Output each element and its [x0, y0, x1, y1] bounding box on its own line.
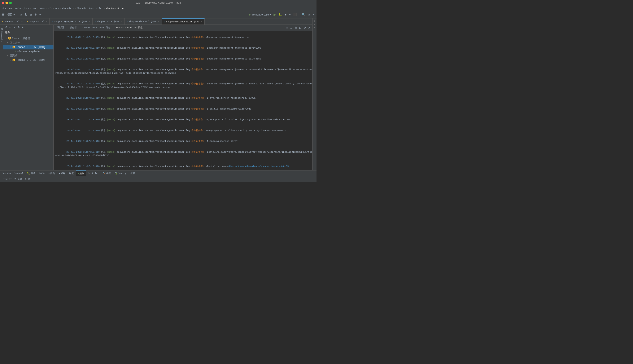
- tree-item-label: Tomcat 服务器: [12, 37, 30, 40]
- collapse-all-icon[interactable]: ≡↑: [9, 26, 12, 29]
- refresh-icon[interactable]: ↺: [5, 26, 8, 29]
- tree-item-completed-group[interactable]: ▼ 已完成: [3, 54, 54, 58]
- log-tab-debugger[interactable]: 调试器: [55, 25, 67, 30]
- expand-arrow: ▼: [5, 37, 7, 40]
- tab-label: AreaDao.xml: [5, 20, 20, 23]
- expand-arrow: ▷: [9, 59, 11, 61]
- expand-icon[interactable]: ⤢: [307, 26, 311, 30]
- log-tab-catalina[interactable]: Tomcat Catalina 日志: [114, 25, 145, 30]
- close-button[interactable]: [2, 2, 4, 4]
- bottom-tab-todo[interactable]: TODO: [37, 170, 46, 176]
- tab-close-icon[interactable]: ×: [201, 20, 202, 23]
- expand-arrow: ▼: [7, 54, 9, 57]
- filter-icon[interactable]: ⊟: [298, 26, 302, 30]
- stop-button[interactable]: ⬛: [292, 12, 298, 17]
- tab-shopserviceimpl[interactable]: ☕ ShopServiceImpl.java ×: [125, 18, 162, 24]
- bottom-tab-endpoints[interactable]: 端点: [68, 170, 76, 176]
- tree-item-tomcat-local-completed[interactable]: ▷ 🐱 Tomcat 9.0.35 [本地]: [3, 58, 54, 62]
- bookmarks-label: Bookmarks: [1, 32, 3, 42]
- add-icon[interactable]: ⊕: [21, 26, 24, 29]
- file-tab-bar: ◈ AreaDao.xml × ◈ ShopDao.xml × ☕ ShopCa…: [0, 18, 316, 25]
- log-output[interactable]: 28-Jul-2022 11:37:13.609 信息 [main] org.a…: [54, 31, 316, 170]
- more-button[interactable]: ≡: [312, 12, 315, 16]
- tree-item-running-group[interactable]: ▼ 正在运行: [3, 41, 54, 45]
- tab-shopservice[interactable]: ☕ ShopService.java ×: [93, 18, 125, 24]
- log-panel: 调试器 服务器 Tomcat Localhost 日志 Tomcat Catal…: [54, 25, 316, 170]
- breadcrumb-item[interactable]: ShopAdminController: [77, 7, 103, 10]
- breadcrumb-item[interactable]: shopOperation: [106, 7, 124, 10]
- top-toolbar: ☰ 项目 ▾ ⚙ ⇅ ⊟ ⚙ − ▶ Tomcat 9.0.35 ▾ ▶ 🐛 ▶…: [0, 11, 316, 18]
- tab-shopcategoryservice[interactable]: ☕ ShopCategoryService.java ×: [50, 18, 92, 24]
- project-dropdown[interactable]: 项目 ▾: [6, 12, 16, 17]
- log-tab-bar: 调试器 服务器 Tomcat Localhost 日志 Tomcat Catal…: [54, 25, 316, 31]
- log-line: 28-Jul-2022 11:37:13.610 信息 [main] org.a…: [54, 104, 316, 114]
- settings-icon[interactable]: ⚙: [303, 26, 307, 30]
- settings-global[interactable]: ⚙: [307, 12, 311, 16]
- bottom-tab-services[interactable]: ● 服务: [76, 170, 86, 176]
- warning-icon: ⚠: [48, 172, 50, 175]
- run-button[interactable]: ▶: [273, 12, 277, 17]
- bottom-tab-dependencies[interactable]: 依赖: [129, 170, 137, 176]
- maximize-button[interactable]: [9, 2, 12, 4]
- config-icon[interactable]: ⚙: [34, 12, 38, 16]
- clear-icon[interactable]: 🗑: [294, 26, 298, 30]
- filter-icon[interactable]: ▼: [13, 26, 17, 29]
- tree-item-war-exploded[interactable]: ⚙ o2o:war exploded: [3, 50, 54, 54]
- tab-label: ShopService.java: [97, 20, 119, 23]
- build-icon: 🔨: [103, 172, 106, 175]
- sort-icon[interactable]: ⇅: [17, 26, 20, 29]
- breadcrumb-item[interactable]: main: [15, 7, 21, 10]
- wrap-icon[interactable]: ≡: [286, 26, 289, 30]
- tab-close-icon[interactable]: ×: [158, 20, 160, 22]
- settings-icon[interactable]: ⚙: [19, 12, 23, 16]
- log-line: 28-Jul-2022 11:37:13.610 信息 [main] org.a…: [54, 43, 316, 54]
- debug-label: 调试: [31, 172, 35, 175]
- tree-item-tomcat-local-running[interactable]: ▼ 🐱 Tomcat 9.0.35 [本地]: [3, 45, 54, 50]
- gear-icon[interactable]: ≡: [313, 23, 316, 25]
- breadcrumb-item[interactable]: o2o: [2, 7, 6, 10]
- bottom-tab-problems[interactable]: ⚠ 问题: [47, 170, 57, 176]
- bottom-tabs: Version Control 🐛 调试 TODO ⚠ 问题 ▶ 终端 端点 ●…: [0, 170, 316, 176]
- close-right-icon[interactable]: ×: [313, 26, 316, 29]
- coverage-button[interactable]: ▶: [284, 12, 287, 16]
- run-config[interactable]: ▶ Tomcat 9.0.35 ▾: [248, 12, 272, 16]
- bottom-tab-debug[interactable]: 🐛 调试: [25, 170, 37, 176]
- breadcrumb-item[interactable]: web: [55, 7, 59, 10]
- breadcrumb-item[interactable]: shopadmin: [62, 7, 74, 10]
- bottom-tab-build[interactable]: 🔨 构建: [101, 170, 113, 176]
- search-button[interactable]: 🔍: [301, 12, 306, 17]
- debug-button[interactable]: 🐛: [278, 12, 283, 17]
- scroll-end-icon[interactable]: ⤓: [289, 26, 293, 30]
- log-tab-localhost[interactable]: Tomcat Localhost 日志: [80, 25, 112, 30]
- tree-item-label: Tomcat 9.0.35 [本地]: [16, 46, 45, 49]
- bottom-tab-spring[interactable]: 🍃 Spring: [113, 170, 128, 176]
- log-tab-server[interactable]: 服务器: [68, 25, 79, 30]
- settings-right-icon[interactable]: ⚙: [313, 19, 316, 23]
- breadcrumb-item[interactable]: java: [24, 7, 29, 10]
- tree-item-tomcat-server[interactable]: ▼ 🐱 Tomcat 服务器: [3, 36, 54, 41]
- log-link-catalina-home[interactable]: /Users/jensen/Downloads/apache-tomcat-9.…: [228, 165, 289, 168]
- tab-close-icon[interactable]: ×: [121, 20, 122, 22]
- tab-shopdao-xml[interactable]: ◈ ShopDao.xml ×: [25, 18, 50, 24]
- breadcrumb-item[interactable]: imooc: [38, 7, 45, 10]
- minus-icon[interactable]: −: [39, 12, 42, 16]
- tab-close-icon[interactable]: ×: [89, 20, 90, 22]
- status-run-info[interactable]: 已运行于 (3 分钟, 8 秒): [2, 176, 33, 182]
- tab-close-icon[interactable]: ×: [21, 20, 23, 22]
- more-run-button[interactable]: ▾: [288, 12, 291, 16]
- bottom-tab-profiler[interactable]: Profiler: [86, 170, 101, 176]
- tab-areadao-xml[interactable]: ◈ AreaDao.xml ×: [0, 18, 25, 24]
- split-icon[interactable]: ⊟: [29, 12, 33, 16]
- breadcrumb-item[interactable]: o2o: [48, 7, 52, 10]
- breadcrumb-item[interactable]: src: [9, 7, 13, 10]
- tab-shopadmincontroller[interactable]: ☕ ShopAdminController.java ×: [162, 18, 205, 24]
- tab-close-icon[interactable]: ×: [46, 20, 47, 22]
- breadcrumb-item[interactable]: com: [32, 7, 36, 10]
- bottom-tab-version-control[interactable]: Version Control: [1, 170, 25, 176]
- reorder-icon[interactable]: ⇅: [24, 12, 28, 16]
- minimize-button[interactable]: [6, 2, 8, 4]
- expand-arrow: ▼: [7, 42, 9, 44]
- xml-icon: ◈: [2, 20, 3, 23]
- nav-icon[interactable]: ☰: [1, 12, 6, 16]
- bottom-tab-terminal[interactable]: ▶ 终端: [57, 170, 67, 176]
